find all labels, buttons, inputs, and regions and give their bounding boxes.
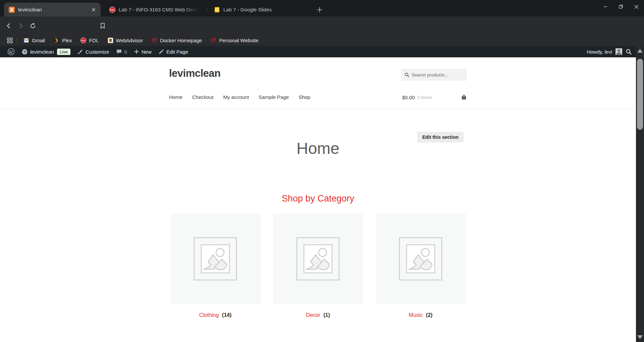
bookmark-fol[interactable]: FOL FOL <box>76 38 103 43</box>
tab-title: Lab 7 - INFO-3163 CMS Web Develop <box>119 7 199 12</box>
bookmarks-separator <box>17 38 17 44</box>
comment-bubble-icon <box>116 49 122 55</box>
site-name-menu[interactable]: levimclean Live <box>18 46 74 57</box>
wp-logo-menu[interactable] <box>4 46 18 57</box>
forward-button[interactable] <box>15 20 27 32</box>
bookmark-docker-homepage[interactable]: Docker Homepage <box>147 38 206 43</box>
category-clothing[interactable]: Clothing (14) <box>170 214 261 318</box>
live-status-badge: Live <box>57 49 70 55</box>
back-button[interactable] <box>3 20 15 32</box>
minimize-icon <box>603 4 608 9</box>
close-icon <box>634 4 639 9</box>
nav-item-sample-page[interactable]: Sample Page <box>259 94 289 100</box>
plus-icon <box>317 7 323 13</box>
customize-menu[interactable]: Customize <box>74 46 113 57</box>
comment-count: 0 <box>124 49 127 55</box>
bookmark-label: Docker Homepage <box>160 38 202 43</box>
category-grid: Clothing (14) <box>169 214 467 318</box>
customize-label: Customize <box>86 49 109 55</box>
gmail-icon <box>23 38 29 43</box>
edit-page-menu[interactable]: Edit Page <box>155 46 192 57</box>
image-placeholder-icon <box>194 237 237 281</box>
basket-icon <box>461 94 467 100</box>
product-search-box[interactable] <box>401 69 467 81</box>
bookmark-label: WebAdvisor <box>116 38 143 43</box>
category-decor[interactable]: Decor (1) <box>273 214 363 318</box>
tab-fol-lab7[interactable]: FOL Lab 7 - INFO-3163 CMS Web Develop <box>105 3 203 16</box>
wordpress-logo-icon <box>7 48 15 55</box>
scrollbar-thumb[interactable] <box>637 59 643 130</box>
reload-button[interactable] <box>27 20 39 32</box>
search-icon <box>405 72 409 77</box>
close-tab-icon[interactable] <box>91 7 96 12</box>
nav-item-checkout[interactable]: Checkout <box>192 94 213 100</box>
scroll-up-arrow[interactable] <box>637 49 643 53</box>
bookmark-label: Personal Website <box>219 38 258 43</box>
category-music[interactable]: Music (2) <box>376 214 466 318</box>
xampp-favicon <box>9 7 15 13</box>
restore-icon <box>619 4 623 9</box>
category-thumbnail[interactable] <box>170 214 261 304</box>
category-name[interactable]: Clothing <box>199 312 219 318</box>
bookmark-label: FOL <box>89 38 99 43</box>
primary-navigation: Home Checkout My account Sample Page Sho… <box>169 94 310 100</box>
apps-grid-icon <box>7 37 13 44</box>
close-window-button[interactable] <box>629 0 644 13</box>
category-thumbnail[interactable] <box>273 214 363 304</box>
page-title: Home <box>169 139 467 158</box>
pencil-icon <box>158 49 164 55</box>
nav-item-home[interactable]: Home <box>169 94 182 100</box>
plus-icon <box>134 49 139 54</box>
adminbar-search-icon[interactable] <box>626 49 632 55</box>
plex-icon <box>54 38 59 43</box>
bookmark-gmail[interactable]: Gmail <box>19 38 49 43</box>
nav-item-shop[interactable]: Shop <box>299 94 310 100</box>
svg-text:FOL: FOL <box>110 8 115 11</box>
scroll-down-arrow[interactable] <box>637 335 643 339</box>
vertical-scrollbar[interactable] <box>636 46 644 342</box>
restore-button[interactable] <box>613 0 629 13</box>
levi-logo-icon <box>211 38 216 43</box>
bookmark-webadvisor[interactable]: WebAdvisor <box>103 38 148 43</box>
howdy-label[interactable]: Howdy, levi <box>587 49 612 55</box>
site-name-label: levimclean <box>30 49 54 55</box>
bookmark-this-tab-button[interactable] <box>97 20 109 32</box>
category-name[interactable]: Music <box>409 312 423 318</box>
paintbrush-icon <box>77 49 83 55</box>
minimize-button[interactable] <box>598 0 613 13</box>
user-avatar[interactable] <box>615 48 622 55</box>
bookmark-icon <box>100 22 106 29</box>
comments-menu[interactable]: 0 <box>113 46 130 57</box>
levi-logo-icon <box>152 38 157 43</box>
svg-text:FOL: FOL <box>82 40 86 42</box>
bookmark-apps-button[interactable] <box>5 35 15 47</box>
new-content-menu[interactable]: New <box>130 46 155 57</box>
bookmark-personal-website[interactable]: Personal Website <box>206 38 263 43</box>
tab-levimclean[interactable]: levimclean <box>4 3 101 16</box>
tab-title: levimclean <box>18 7 88 12</box>
cart-widget[interactable]: $0.00 0 items <box>402 94 467 100</box>
edit-page-label: Edit Page <box>166 49 188 55</box>
bookmark-label: Plex <box>62 38 72 43</box>
browser-toolbar: localhost/levimcleanshop/ <box>0 16 644 35</box>
category-thumbnail[interactable] <box>376 214 466 304</box>
adminbar-right: Howdy, levi <box>587 48 632 55</box>
dashboard-gauge-icon <box>21 49 28 55</box>
bookmark-plex[interactable]: Plex <box>49 38 76 43</box>
tab-separator <box>207 7 207 13</box>
browser-window: levimclean FOL Lab 7 - INFO-3163 CMS Web… <box>0 0 644 342</box>
nav-item-my-account[interactable]: My account <box>223 94 249 100</box>
category-count: (14) <box>222 312 231 318</box>
image-placeholder-icon <box>296 237 340 281</box>
header-divider <box>0 109 636 109</box>
forward-icon <box>17 22 24 29</box>
fol-icon: FOL <box>80 38 86 43</box>
wp-admin-bar: levimclean Live Customize 0 New <box>0 46 636 57</box>
search-products-input[interactable] <box>412 72 462 77</box>
tab-google-slides[interactable]: Lab 7 - Google Slides <box>209 3 303 16</box>
category-name[interactable]: Decor <box>306 312 320 318</box>
new-tab-button[interactable] <box>315 5 325 14</box>
reload-icon <box>30 22 36 29</box>
bookmarks-bar: Gmail Plex FOL FOL WebAdvisor <box>0 35 644 46</box>
site-logo[interactable]: levimclean <box>169 67 221 79</box>
